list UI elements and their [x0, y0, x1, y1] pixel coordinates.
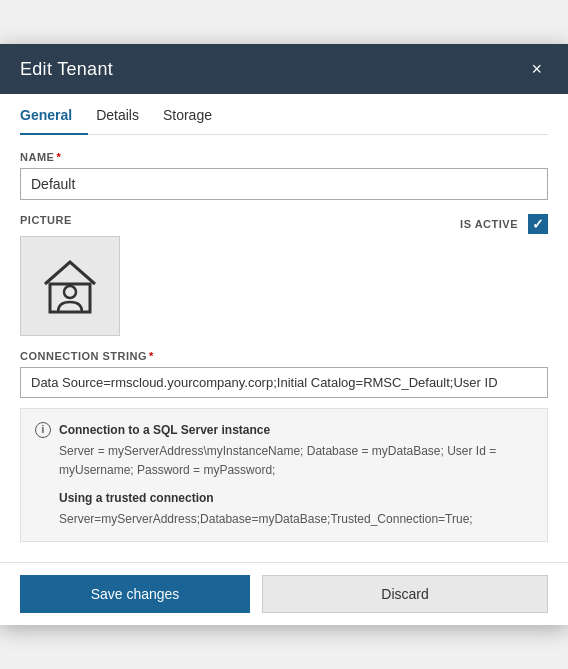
- picture-left: PICTURE: [20, 214, 120, 336]
- connection-string-input[interactable]: [20, 367, 548, 398]
- trusted-title: Using a trusted connection: [59, 489, 533, 508]
- dialog-footer: Save changes Discard: [0, 562, 568, 625]
- tab-general[interactable]: General: [20, 95, 88, 135]
- trusted-text: Server=myServerAddress;Database=myDataBa…: [59, 510, 533, 529]
- tabs-bar: General Details Storage: [20, 94, 548, 135]
- picture-section: PICTURE IS ACTIVE: [20, 214, 548, 336]
- dialog-body: General Details Storage NAME* PICTURE: [0, 94, 568, 562]
- info-box: i Connection to a SQL Server instance Se…: [20, 408, 548, 542]
- picture-label: PICTURE: [20, 214, 120, 226]
- is-active-checkbox[interactable]: [528, 214, 548, 234]
- close-button[interactable]: ×: [525, 58, 548, 80]
- connection-string-label: CONNECTION STRING*: [20, 350, 548, 362]
- info-text: Server = myServerAddress\myInstanceName;…: [59, 442, 533, 480]
- is-active-label: IS ACTIVE: [460, 218, 518, 230]
- dialog-header: Edit Tenant ×: [0, 44, 568, 94]
- picture-box[interactable]: [20, 236, 120, 336]
- tab-storage[interactable]: Storage: [163, 95, 228, 135]
- discard-button[interactable]: Discard: [262, 575, 548, 613]
- tab-details[interactable]: Details: [96, 95, 155, 135]
- name-label: NAME*: [20, 151, 548, 163]
- name-section: NAME*: [20, 151, 548, 200]
- dialog-title: Edit Tenant: [20, 59, 113, 80]
- info-icon: i: [35, 422, 51, 438]
- connection-string-section: CONNECTION STRING* i Connection to a SQL…: [20, 350, 548, 542]
- is-active-section: IS ACTIVE: [460, 214, 548, 234]
- name-input[interactable]: [20, 168, 548, 200]
- info-title: Connection to a SQL Server instance: [59, 421, 533, 440]
- save-changes-button[interactable]: Save changes: [20, 575, 250, 613]
- house-person-icon: [40, 256, 100, 316]
- info-row: i Connection to a SQL Server instance Se…: [35, 421, 533, 529]
- svg-point-1: [64, 286, 76, 298]
- edit-tenant-dialog: Edit Tenant × General Details Storage NA…: [0, 44, 568, 625]
- info-content: Connection to a SQL Server instance Serv…: [59, 421, 533, 529]
